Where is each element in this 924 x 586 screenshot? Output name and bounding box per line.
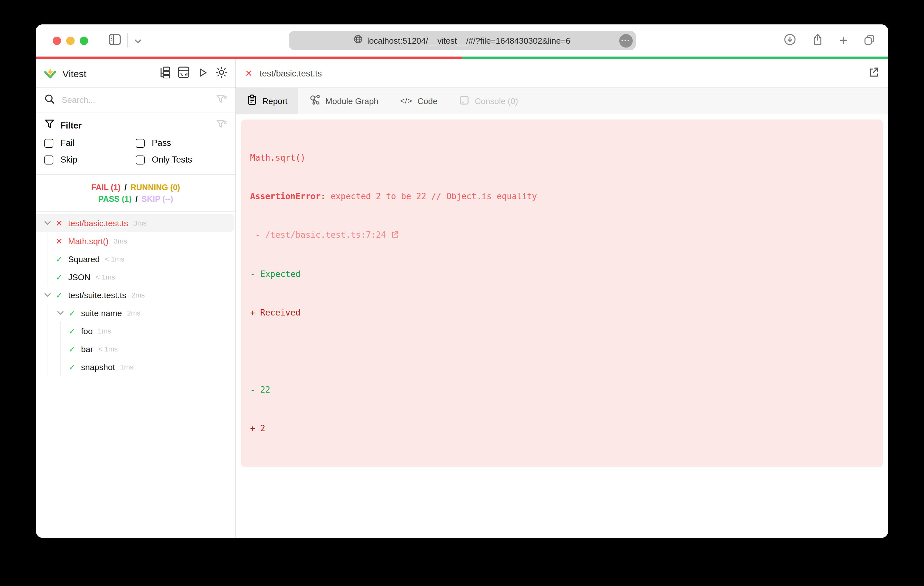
tab-code[interactable]: </> Code [389, 88, 449, 114]
close-window-button[interactable] [53, 36, 61, 44]
view-tabs: Report Module Graph </> Code [236, 88, 888, 114]
filter-section: Filter Fail [36, 112, 235, 175]
tree-guide [61, 358, 61, 376]
search-icon [45, 94, 54, 106]
diff-line: + 2 [250, 422, 874, 435]
browser-toolbar: localhost:51204/__vitest__/#/?file=16484… [36, 25, 888, 56]
tree-row-foo[interactable]: ✓ foo 1ms [36, 322, 235, 340]
stack-trace-line: - /test/basic.test.ts:7:24 [250, 229, 874, 242]
dashboard-button[interactable] [177, 66, 190, 80]
tree-row-json[interactable]: ✓ JSON < 1ms [36, 268, 235, 286]
tree-row-suite-name[interactable]: ✓ suite name 2ms [36, 304, 235, 322]
tab-console[interactable]: Console (0) [449, 88, 529, 114]
skip-checkbox[interactable] [45, 155, 53, 164]
progress-fail-segment [36, 56, 462, 59]
failed-test-name: Math.sqrt() [250, 151, 874, 165]
zoom-window-button[interactable] [80, 36, 88, 44]
tab-code-label: Code [417, 96, 437, 106]
code-icon: </> [400, 96, 412, 105]
sidebar-toggle-button[interactable] [109, 34, 121, 47]
search-input[interactable] [61, 94, 210, 105]
share-button[interactable] [812, 33, 823, 48]
pass-checkbox[interactable] [136, 138, 145, 148]
tree-row-basic-test-file[interactable]: ✕ test/basic.test.ts 3ms [36, 214, 234, 232]
clear-search-button[interactable] [216, 94, 227, 106]
clear-filter-button[interactable] [216, 120, 227, 131]
tree-row-squared[interactable]: ✓ Squared < 1ms [36, 250, 235, 268]
report-icon [247, 94, 257, 107]
download-icon [784, 33, 796, 48]
tab-console-label: Console (0) [475, 96, 518, 106]
tree-guide [48, 232, 48, 250]
downloads-button[interactable] [784, 33, 796, 48]
fail-icon: ✕ [54, 218, 64, 228]
test-progress-bar [36, 56, 888, 59]
traffic-lights [53, 36, 88, 44]
url-text: localhost:51204/__vitest__/#/?file=16484… [367, 36, 570, 45]
fail-checkbox[interactable] [45, 138, 53, 148]
external-link-icon[interactable] [391, 230, 399, 240]
run-all-tests-button[interactable] [197, 66, 208, 80]
sidebar-header: Vitest [36, 59, 235, 88]
open-file-name: test/basic.test.ts [259, 68, 322, 78]
new-tab-button[interactable]: + [839, 33, 848, 48]
assertion-error-line: AssertionError: expected 2 to be 22 // O… [250, 190, 874, 203]
console-icon [459, 95, 470, 107]
fail-icon: ✕ [54, 236, 64, 246]
pass-checkbox-label: Pass [152, 138, 171, 148]
pass-icon: ✓ [67, 344, 77, 354]
address-bar[interactable]: localhost:51204/__vitest__/#/?file=16484… [289, 31, 635, 50]
chevron-down-icon[interactable] [41, 214, 54, 232]
pass-icon: ✓ [54, 290, 64, 300]
tree-guide [48, 304, 48, 322]
tree-list-icon [158, 66, 170, 80]
globe-icon [354, 35, 363, 46]
fail-checkbox-label: Fail [61, 138, 74, 148]
report-view: Math.sqrt() AssertionError: expected 2 t… [236, 114, 888, 538]
app-title: Vitest [63, 68, 86, 79]
chevron-down-icon [134, 36, 142, 45]
tree-row-math-sqrt[interactable]: ✕ Math.sqrt() 3ms [36, 232, 235, 250]
filter-option-skip: Skip [45, 155, 136, 165]
tree-row-bar[interactable]: ✓ bar < 1ms [36, 340, 235, 358]
tree-guide [61, 340, 61, 358]
tab-module-graph[interactable]: Module Graph [299, 88, 389, 114]
filter-clear-icon [216, 94, 227, 106]
pass-icon: ✓ [67, 362, 77, 372]
only-tests-checkbox[interactable] [136, 155, 145, 164]
collapse-tests-button[interactable] [158, 66, 170, 80]
tab-group-chevron-button[interactable] [134, 36, 142, 45]
dashboard-icon [177, 66, 190, 80]
diff-line: - Expected [250, 268, 874, 281]
test-summary: FAIL (1) / RUNNING (0) PASS (1) / SKIP (… [36, 175, 235, 212]
tree-row-snapshot[interactable]: ✓ snapshot 1ms [36, 358, 235, 376]
pass-icon: ✓ [54, 272, 64, 282]
pass-icon: ✓ [67, 308, 77, 318]
tree-guide [48, 358, 48, 376]
tree-guide [48, 340, 48, 358]
tab-report[interactable]: Report [236, 88, 299, 114]
main-panel: ✕ test/basic.test.ts Report [236, 59, 888, 538]
stack-file-link[interactable]: /test/basic.test.ts:7:24 [265, 230, 386, 240]
external-link-icon [868, 67, 879, 80]
minimize-window-button[interactable] [66, 36, 74, 44]
progress-pass-segment [462, 56, 888, 59]
chevron-down-icon[interactable] [54, 304, 67, 322]
filter-clear-icon [216, 120, 227, 131]
sidebar: Vitest [36, 59, 236, 538]
tree-row-suite-test-file[interactable]: ✓ test/suite.test.ts 2ms [36, 286, 235, 304]
chevron-down-icon[interactable] [41, 286, 54, 304]
sidebar-icon [109, 34, 121, 47]
screen: localhost:51204/__vitest__/#/?file=16484… [0, 0, 924, 586]
tab-report-label: Report [262, 96, 287, 106]
tab-overview-icon [863, 34, 875, 47]
tab-overview-button[interactable] [863, 34, 875, 47]
open-in-editor-button[interactable] [868, 67, 879, 80]
sun-icon [215, 66, 228, 80]
page-settings-button[interactable]: ··· [619, 34, 632, 47]
toggle-dark-mode-button[interactable] [215, 66, 228, 80]
fail-count: FAIL (1) [91, 183, 120, 192]
browser-window: localhost:51204/__vitest__/#/?file=16484… [36, 25, 888, 538]
share-icon [812, 33, 823, 48]
open-file-bar: ✕ test/basic.test.ts [236, 59, 888, 88]
